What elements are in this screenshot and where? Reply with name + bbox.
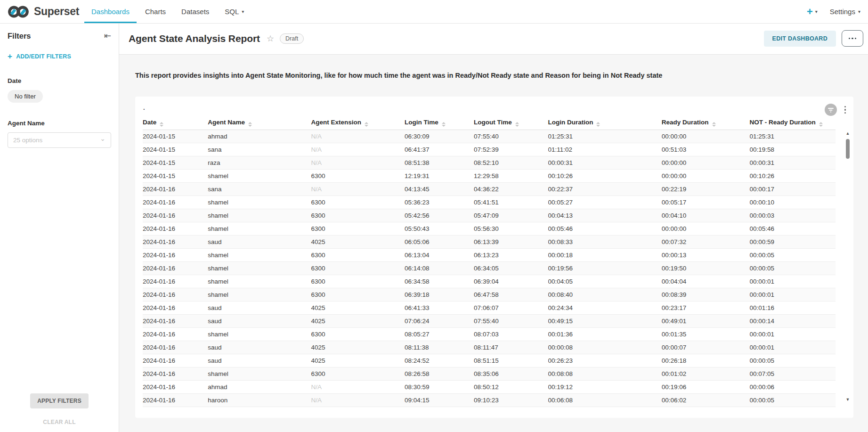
column-header[interactable]: Login Duration bbox=[548, 116, 662, 130]
table-row: 2024-01-16shamel630006:14:0806:34:0500:1… bbox=[143, 261, 836, 275]
filters-sidebar: Filters ⇤ + ADD/EDIT FILTERS Date No fil… bbox=[0, 24, 119, 432]
table-cell: 00:26:23 bbox=[548, 354, 662, 367]
column-header[interactable]: Agent Name bbox=[208, 116, 311, 130]
table-cell: 04:36:22 bbox=[474, 182, 548, 196]
table-cell: 00:00:00 bbox=[662, 169, 750, 182]
sort-icon[interactable] bbox=[819, 122, 823, 127]
table-cell: 05:50:43 bbox=[405, 222, 474, 235]
scroll-up-icon[interactable]: ▲ bbox=[846, 131, 850, 136]
table-cell: 00:07:32 bbox=[662, 235, 750, 248]
table-cell: saud bbox=[208, 341, 311, 354]
table-cell: 2024-01-16 bbox=[143, 288, 208, 301]
agent-state-table: DateAgent NameAgent ExtensionLogin TimeL… bbox=[143, 116, 836, 407]
table-cell: 00:00:18 bbox=[548, 248, 662, 261]
table-cell: 4025 bbox=[311, 341, 405, 354]
table-cell: 05:56:30 bbox=[474, 222, 548, 235]
nav-tab-charts[interactable]: Charts bbox=[145, 0, 166, 23]
table-cell: shamel bbox=[208, 327, 311, 341]
sort-icon[interactable] bbox=[248, 122, 252, 127]
column-header[interactable]: NOT - Ready Duration bbox=[750, 116, 836, 130]
date-filter-value-pill[interactable]: No filter bbox=[8, 90, 43, 103]
table-cell: 00:10:26 bbox=[750, 169, 836, 182]
cross-filter-icon[interactable] bbox=[825, 104, 837, 116]
scrollbar-thumb[interactable] bbox=[846, 139, 850, 159]
table-cell: 05:42:56 bbox=[405, 209, 474, 222]
table-cell: 01:25:31 bbox=[548, 130, 662, 143]
settings-menu[interactable]: Settings ▾ bbox=[830, 8, 860, 16]
table-cell: 08:51:38 bbox=[405, 156, 474, 169]
settings-label: Settings bbox=[830, 8, 855, 16]
table-cell: 2024-01-16 bbox=[143, 380, 208, 393]
table-cell: 00:00:07 bbox=[662, 341, 750, 354]
table-cell: 2024-01-16 bbox=[143, 393, 208, 407]
table-cell: 00:00:00 bbox=[662, 130, 750, 143]
table-cell: 00:00:05 bbox=[750, 261, 836, 275]
table-cell: 06:34:05 bbox=[474, 261, 548, 275]
column-header[interactable]: Login Time bbox=[405, 116, 474, 130]
table-row: 2024-01-16saud402507:06:2407:55:4000:49:… bbox=[143, 314, 836, 327]
table-cell: 06:41:37 bbox=[405, 143, 474, 156]
clear-all-button[interactable]: CLEAR ALL bbox=[0, 419, 119, 425]
sort-icon[interactable] bbox=[596, 122, 600, 127]
plus-icon: + bbox=[807, 7, 813, 17]
agent-name-select[interactable]: 25 options ⌄ bbox=[8, 132, 111, 148]
sort-icon[interactable] bbox=[712, 122, 716, 127]
table-cell: 2024-01-16 bbox=[143, 354, 208, 367]
table-cell: 6300 bbox=[311, 196, 405, 209]
nav-tab-sql[interactable]: SQL ▾ bbox=[225, 0, 244, 23]
new-item-button[interactable]: + ▾ bbox=[807, 7, 818, 17]
table-cell: 2024-01-16 bbox=[143, 314, 208, 327]
nav-tabs: Dashboards Charts Datasets SQL ▾ bbox=[91, 0, 244, 23]
agent-name-filter-label: Agent Name bbox=[8, 120, 111, 127]
table-cell: 00:00:06 bbox=[750, 380, 836, 393]
nav-tab-datasets[interactable]: Datasets bbox=[181, 0, 209, 23]
table-cell: 00:24:34 bbox=[548, 301, 662, 314]
sort-icon[interactable] bbox=[515, 122, 519, 127]
table-cell: 08:24:52 bbox=[405, 354, 474, 367]
table-cell: saud bbox=[208, 235, 311, 248]
table-cell: 00:00:01 bbox=[750, 341, 836, 354]
more-options-button[interactable] bbox=[842, 30, 863, 47]
table-cell: saud bbox=[208, 301, 311, 314]
kebab-menu-icon[interactable] bbox=[843, 105, 848, 115]
table-cell: 00:00:01 bbox=[750, 288, 836, 301]
table-cell: 2024-01-16 bbox=[143, 196, 208, 209]
table-row: 2024-01-16shamel630008:05:2708:07:0300:0… bbox=[143, 327, 836, 341]
column-header[interactable]: Date bbox=[143, 116, 208, 130]
column-header[interactable]: Logout Time bbox=[474, 116, 548, 130]
table-cell: 01:25:31 bbox=[750, 130, 836, 143]
edit-dashboard-button[interactable]: EDIT DASHBOARD bbox=[764, 31, 836, 47]
table-cell: 2024-01-16 bbox=[143, 341, 208, 354]
table-cell: sana bbox=[208, 182, 311, 196]
table-cell: 08:35:06 bbox=[474, 367, 548, 380]
column-header[interactable]: Ready Duration bbox=[662, 116, 750, 130]
table-cell: 06:34:58 bbox=[405, 275, 474, 288]
collapse-left-icon[interactable]: ⇤ bbox=[104, 31, 111, 41]
star-icon[interactable]: ☆ bbox=[267, 33, 274, 44]
table-row: 2024-01-16saud402506:05:0606:13:3900:08:… bbox=[143, 235, 836, 248]
table-cell: 00:00:00 bbox=[662, 156, 750, 169]
table-row: 2024-01-16saud402508:11:3808:11:4700:00:… bbox=[143, 341, 836, 354]
add-edit-filters-button[interactable]: + ADD/EDIT FILTERS bbox=[8, 52, 111, 60]
table-cell: 00:01:35 bbox=[662, 327, 750, 341]
table-cell: 2024-01-16 bbox=[143, 275, 208, 288]
nav-tab-dashboards[interactable]: Dashboards bbox=[91, 0, 130, 23]
table-cell: 06:13:39 bbox=[474, 235, 548, 248]
table-cell: 00:10:26 bbox=[548, 169, 662, 182]
scroll-down-icon[interactable]: ▼ bbox=[846, 398, 850, 402]
table-cell: 08:51:15 bbox=[474, 354, 548, 367]
sort-icon[interactable] bbox=[160, 122, 163, 127]
table-cell: 00:05:27 bbox=[548, 196, 662, 209]
table-cell: 2024-01-16 bbox=[143, 327, 208, 341]
caret-down-icon: ▾ bbox=[815, 9, 818, 14]
caret-down-icon: ▾ bbox=[242, 9, 244, 14]
table-cell: 00:00:05 bbox=[750, 393, 836, 407]
sort-icon[interactable] bbox=[442, 122, 446, 127]
table-cell: 00:00:10 bbox=[750, 196, 836, 209]
table-cell: 6300 bbox=[311, 327, 405, 341]
superset-logo[interactable]: Superset bbox=[7, 4, 79, 19]
apply-filters-button[interactable]: APPLY FILTERS bbox=[30, 393, 89, 408]
table-cell: 00:49:01 bbox=[662, 314, 750, 327]
sort-icon[interactable] bbox=[365, 122, 368, 127]
column-header[interactable]: Agent Extension bbox=[311, 116, 405, 130]
